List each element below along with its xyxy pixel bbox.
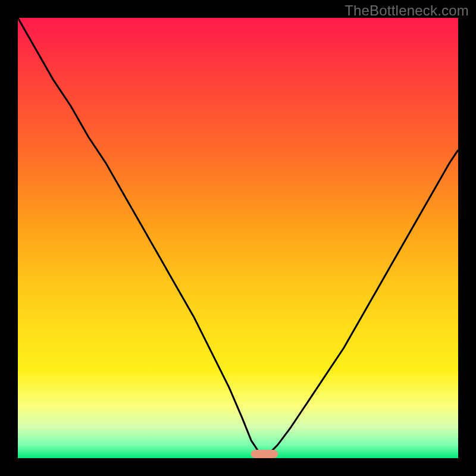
bottleneck-chart <box>0 0 476 476</box>
optimal-marker <box>250 450 278 458</box>
watermark-text: TheBottleneck.com <box>345 2 469 19</box>
plot-area <box>18 18 458 458</box>
